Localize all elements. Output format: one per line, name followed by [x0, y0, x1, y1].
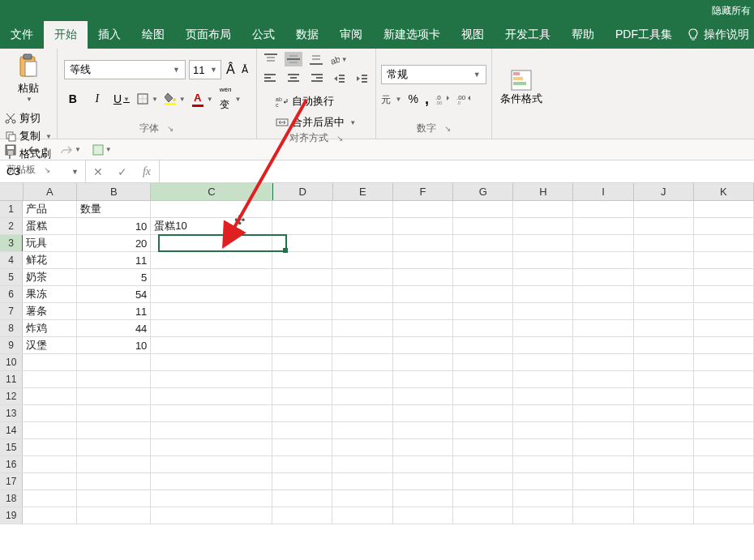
font-name-dropdown[interactable]: 等线 ▼ [64, 60, 186, 79]
cell[interactable] [23, 405, 77, 421]
cell[interactable] [453, 439, 513, 455]
cell[interactable] [453, 252, 513, 268]
cell[interactable] [151, 235, 272, 251]
tab-insert[interactable]: 插入 [88, 21, 131, 49]
cell[interactable] [393, 490, 453, 507]
column-header-B[interactable]: B [77, 183, 151, 200]
cell[interactable] [332, 218, 392, 234]
qat-save[interactable] [5, 144, 16, 156]
column-header-A[interactable]: A [24, 183, 78, 200]
cell[interactable] [151, 473, 272, 489]
cell[interactable] [272, 405, 332, 421]
align-left[interactable] [262, 71, 280, 86]
cell[interactable] [573, 337, 633, 353]
column-header-H[interactable]: H [513, 183, 573, 200]
cell[interactable] [272, 320, 332, 336]
select-all-corner[interactable] [0, 183, 24, 200]
cell[interactable] [573, 456, 633, 472]
cell[interactable] [77, 405, 151, 421]
cell[interactable] [513, 490, 573, 507]
cell[interactable] [453, 388, 513, 404]
row-header-6[interactable]: 6 [0, 286, 23, 302]
row-header-11[interactable]: 11 [0, 371, 23, 387]
cell[interactable] [573, 218, 633, 234]
cell[interactable] [77, 422, 151, 438]
row-header-18[interactable]: 18 [0, 490, 23, 507]
qat-new[interactable]: ▼ [92, 144, 112, 156]
cell[interactable] [573, 439, 633, 455]
cell[interactable] [573, 422, 633, 438]
cell[interactable]: 10 [77, 218, 151, 234]
cell[interactable] [272, 388, 332, 404]
decrease-indent[interactable] [330, 71, 348, 86]
cell[interactable] [694, 388, 754, 404]
cell[interactable] [393, 218, 453, 234]
column-header-E[interactable]: E [333, 183, 393, 200]
cell[interactable] [634, 320, 694, 336]
cell[interactable] [151, 388, 272, 404]
align-middle[interactable] [285, 52, 302, 66]
cell[interactable] [634, 235, 694, 251]
cell[interactable] [332, 303, 392, 319]
cell[interactable] [694, 507, 754, 524]
cell[interactable] [77, 371, 151, 387]
cell[interactable] [453, 235, 513, 251]
row-header-17[interactable]: 17 [0, 473, 23, 489]
row-header-19[interactable]: 19 [0, 507, 23, 524]
cell[interactable] [573, 371, 633, 387]
cell[interactable]: 玩具 [23, 235, 77, 251]
cell[interactable] [573, 354, 633, 370]
cell[interactable] [513, 218, 573, 234]
cell[interactable] [393, 252, 453, 268]
row-header-15[interactable]: 15 [0, 439, 23, 455]
cell[interactable] [393, 439, 453, 455]
column-header-C[interactable]: C [151, 183, 272, 200]
cell[interactable] [23, 354, 77, 370]
pinyin-guide-button[interactable]: wén变 ▼ [220, 86, 242, 112]
cell[interactable] [453, 354, 513, 370]
cell[interactable]: 11 [77, 252, 151, 268]
percent-button[interactable]: % [409, 92, 418, 105]
cell[interactable] [23, 439, 77, 455]
row-header-2[interactable]: 2 [0, 218, 23, 234]
cell[interactable]: 数量 [77, 201, 151, 217]
cell[interactable] [634, 269, 694, 285]
cell[interactable] [332, 473, 392, 489]
cell[interactable] [634, 286, 694, 302]
underline-button[interactable]: U▼ [113, 90, 131, 108]
cell[interactable] [393, 507, 453, 524]
cell[interactable] [272, 201, 332, 217]
align-center[interactable] [285, 71, 302, 86]
cell[interactable] [393, 473, 453, 489]
cell[interactable] [393, 269, 453, 285]
formula-input[interactable] [160, 160, 754, 182]
cell[interactable] [694, 490, 754, 507]
tab-new-tab[interactable]: 新建选项卡 [373, 21, 451, 49]
cell[interactable]: 炸鸡 [23, 320, 77, 336]
cell[interactable]: 10 [77, 337, 151, 353]
cell[interactable] [453, 507, 513, 524]
increase-font-size[interactable]: Â [225, 61, 237, 79]
cell[interactable] [151, 354, 272, 370]
row-header-7[interactable]: 7 [0, 303, 23, 319]
cell[interactable] [513, 269, 573, 285]
cell[interactable] [694, 269, 754, 285]
font-color-button[interactable]: A ▼ [192, 92, 213, 107]
cell[interactable] [694, 320, 754, 336]
cell[interactable] [573, 303, 633, 319]
row-header-10[interactable]: 10 [0, 354, 23, 370]
cell[interactable] [151, 507, 272, 524]
cell[interactable] [393, 456, 453, 472]
cell[interactable] [573, 286, 633, 302]
orientation-button[interactable]: ab▼ [330, 52, 348, 66]
cell[interactable] [694, 252, 754, 268]
tab-pdf-tools[interactable]: PDF工具集 [605, 21, 683, 49]
decrease-decimal[interactable]: .00.0 [456, 93, 471, 105]
currency-button[interactable]: 元▼ [381, 93, 402, 105]
cell[interactable] [332, 235, 392, 251]
tab-help[interactable]: 帮助 [561, 21, 605, 49]
cell[interactable] [513, 405, 573, 421]
cell[interactable] [694, 439, 754, 455]
cell[interactable] [272, 473, 332, 489]
cell[interactable]: 5 [77, 269, 151, 285]
